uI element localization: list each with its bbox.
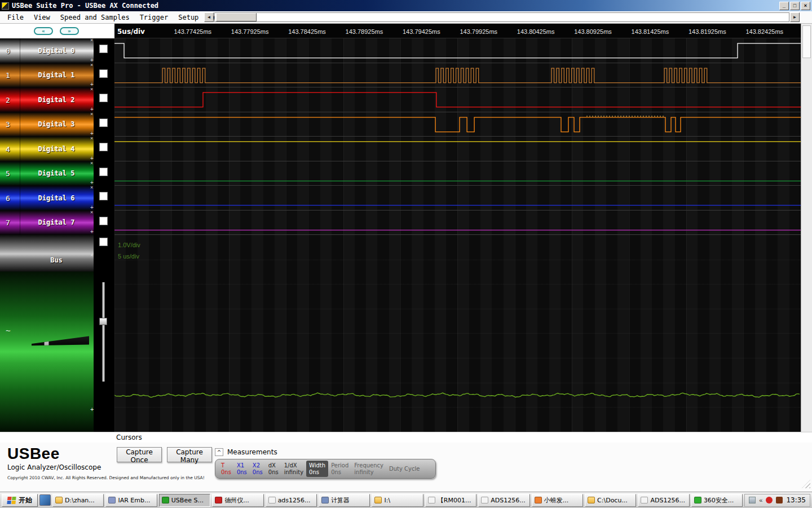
close-button[interactable]: ×	[801, 2, 810, 10]
scrollbar-track[interactable]	[214, 12, 789, 22]
bus-checkbox[interactable]	[99, 238, 108, 246]
channel-close-mark[interactable]: ×	[90, 185, 93, 190]
analog-offset-slider[interactable]	[102, 282, 105, 382]
menu-file[interactable]: File	[2, 12, 29, 23]
vertical-scrollbar-thumb[interactable]	[802, 25, 811, 58]
usb-eject-icon[interactable]	[749, 497, 756, 503]
cursors-bar: Cursors	[0, 432, 812, 443]
prev-capture-button[interactable]: «	[34, 27, 53, 35]
horizontal-scrollbar[interactable]: ◄ ►	[204, 12, 800, 22]
taskbar-item[interactable]: ads1256...	[266, 494, 317, 507]
channel-add-mark[interactable]: +	[90, 229, 94, 235]
channel-close-mark[interactable]: ×	[90, 112, 93, 117]
channel-close-mark[interactable]: ×	[90, 136, 93, 141]
clock: 13:35	[786, 496, 806, 504]
channel-checkbox[interactable]	[99, 168, 108, 176]
channel-row-digital-3[interactable]: 3Digital 3×+	[0, 112, 114, 137]
waveform-row-digital-4[interactable]	[114, 137, 801, 161]
channel-close-mark[interactable]: ×	[90, 161, 93, 166]
app-tray-icon[interactable]	[776, 497, 783, 503]
taskbar-item[interactable]: 小螃发...	[532, 494, 583, 507]
timeline-tick: 143.81425ms	[632, 28, 669, 35]
channel-checkbox[interactable]	[99, 94, 108, 102]
scrollbar-thumb[interactable]	[216, 13, 257, 21]
channel-row-digital-5[interactable]: 5Digital 5×+	[0, 161, 114, 186]
taskbar-item[interactable]: 【RM001...	[425, 494, 476, 507]
taskbar-item[interactable]: USBee S...	[159, 494, 210, 507]
taskbar-item[interactable]: 计算器	[319, 494, 370, 507]
measurements-collapse-button[interactable]: ^	[215, 448, 223, 456]
quick-launch-icon[interactable]	[39, 494, 51, 506]
channel-checkbox[interactable]	[99, 192, 108, 200]
capture-many-button[interactable]: Capture Many	[167, 447, 212, 462]
menu-view[interactable]: View	[29, 12, 55, 23]
taskbar-item[interactable]: ADS1256...	[478, 494, 529, 507]
minimize-button[interactable]: _	[779, 2, 789, 10]
taskbar-item[interactable]: D:\zhan...	[52, 494, 104, 507]
timeline-tick: 143.77925ms	[231, 28, 269, 35]
menu-trigger[interactable]: Trigger	[135, 12, 174, 23]
analog-gain-slider[interactable]	[32, 335, 89, 346]
waveform-row-digital-0[interactable]	[114, 38, 801, 63]
tray-expand-icon[interactable]: «	[759, 497, 762, 503]
channel-close-mark[interactable]: ×	[90, 210, 93, 215]
channel-number: 3	[6, 120, 10, 129]
taskbar-item[interactable]: C:\Docu...	[585, 494, 636, 507]
channel-close-mark[interactable]: ×	[90, 38, 93, 43]
menu-speed-and-samples[interactable]: Speed and Samples	[55, 12, 135, 23]
taskbar-item-label: 【RM001...	[438, 496, 471, 505]
waveform-row-digital-7[interactable]	[114, 211, 801, 235]
analog-gain-handle[interactable]	[44, 333, 49, 347]
channel-row-digital-1[interactable]: 1Digital 1×+	[0, 63, 114, 88]
channel-row-digital-6[interactable]: 6Digital 6×+	[0, 186, 114, 211]
channel-row-digital-0[interactable]: 0Digital 0×+	[0, 38, 114, 63]
channel-checkbox[interactable]	[99, 45, 108, 53]
antivirus-tray-icon[interactable]	[766, 497, 773, 503]
channel-checkbox[interactable]	[99, 143, 108, 151]
waveform-view[interactable]: 5us/div 143.77425ms143.77925ms143.78425m…	[114, 24, 801, 432]
waveform-row-digital-3[interactable]	[114, 112, 801, 137]
scroll-right-icon[interactable]: ►	[790, 12, 800, 22]
taskbar-item[interactable]: IAR Emb...	[105, 494, 157, 507]
channel-label: Digital 0	[20, 47, 93, 55]
vertical-scrollbar[interactable]	[801, 24, 812, 443]
taskbar-item[interactable]: I:\	[372, 494, 423, 507]
channel-close-mark[interactable]: ×	[90, 87, 93, 92]
maximize-button[interactable]: □	[790, 2, 800, 10]
measurement-period: Period0ns	[328, 461, 351, 477]
channel-checkbox[interactable]	[99, 217, 108, 225]
resize-grip-icon[interactable]	[802, 480, 810, 488]
channel-row-digital-2[interactable]: 2Digital 2×+	[0, 87, 114, 112]
digital-6-trace	[114, 186, 801, 210]
next-capture-button[interactable]: »	[60, 27, 79, 35]
scroll-left-icon[interactable]: ◄	[204, 12, 214, 22]
analog-offset-handle[interactable]	[99, 318, 107, 325]
calculator-icon	[321, 497, 329, 503]
channel-checkbox[interactable]	[99, 119, 108, 127]
analog-waveform-area[interactable]: 1.0V/div 5 us/div	[114, 235, 801, 432]
channel-row-digital-4[interactable]: 4Digital 4×+	[0, 137, 114, 161]
waveform-row-digital-6[interactable]	[114, 186, 801, 211]
folder-icon	[588, 497, 595, 503]
waveform-row-digital-5[interactable]	[114, 161, 801, 186]
copyright-text: Copyright 2010 CWAV, Inc. All Rights Res…	[7, 475, 205, 480]
analog-channel-row[interactable]: ~ +	[0, 271, 114, 432]
channel-row-digital-7[interactable]: 7Digital 7×+	[0, 211, 114, 235]
document-icon	[268, 497, 276, 503]
analog-add-mark[interactable]: +	[90, 406, 94, 413]
menu-setup[interactable]: Setup	[173, 12, 204, 23]
taskbar-item[interactable]: ADS1256...	[638, 494, 689, 507]
measurement-duty-cycle: Duty Cycle	[386, 461, 422, 477]
channel-close-mark[interactable]: ×	[90, 63, 93, 68]
waveform-row-digital-1[interactable]	[114, 63, 801, 88]
start-button[interactable]: 开始	[2, 494, 38, 507]
taskbar: 开始 D:\zhan...IAR Emb...USBee S...德州仪...a…	[0, 492, 812, 508]
taskbar-item[interactable]: 德州仪...	[212, 494, 263, 507]
taskbar-item-label: 360安全...	[704, 496, 734, 505]
channel-number: 2	[6, 95, 10, 104]
bus-channel-row[interactable]: × Bus	[0, 235, 114, 271]
taskbar-item[interactable]: 360安全...	[691, 494, 743, 507]
channel-checkbox[interactable]	[99, 69, 108, 78]
capture-once-button[interactable]: Capture Once	[117, 447, 162, 462]
waveform-row-digital-2[interactable]	[114, 87, 801, 112]
